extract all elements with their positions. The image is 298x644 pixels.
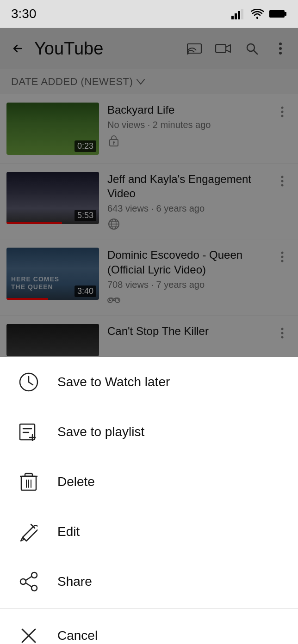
svg-line-54 <box>26 577 31 580</box>
video-title: Jeff and Kayla's Engagement Video <box>107 172 268 200</box>
video-duration: 5:53 <box>74 210 96 221</box>
sheet-divider <box>0 608 298 609</box>
svg-point-51 <box>31 572 37 578</box>
svg-point-53 <box>20 579 26 584</box>
save-playlist-button[interactable]: Save to playlist <box>0 407 298 457</box>
top-bar: YouTube <box>0 28 298 69</box>
video-duration: 0:23 <box>74 140 96 152</box>
sort-dropdown-icon <box>137 79 145 85</box>
page-title: YouTube <box>34 39 178 59</box>
globe-icon <box>107 218 120 231</box>
svg-point-12 <box>279 43 282 45</box>
status-bar: 3:30 <box>0 0 298 28</box>
status-time: 3:30 <box>11 6 37 21</box>
svg-point-32 <box>281 256 284 258</box>
video-more-button[interactable] <box>273 324 292 342</box>
svg-point-14 <box>279 52 282 55</box>
table-row: 5:53 Jeff and Kayla's Engagement Video 6… <box>0 164 298 239</box>
save-playlist-label: Save to playlist <box>57 425 144 439</box>
video-more-button[interactable] <box>273 103 292 121</box>
video-duration: 3:40 <box>74 286 96 297</box>
share-button[interactable]: Share <box>0 557 298 607</box>
video-title: Backyard Life <box>107 103 268 117</box>
clock-icon <box>17 370 41 394</box>
more-options-button[interactable] <box>271 39 290 58</box>
lock-icon <box>107 134 120 147</box>
thumb-text-overlay: HERE COMESTHE QUEEN <box>11 275 59 291</box>
table-row: Can't Stop The Killer <box>0 316 298 357</box>
close-icon <box>17 624 41 644</box>
video-list: 0:23 Backyard Life No views · 2 minutes … <box>0 94 298 357</box>
battery-icon <box>269 9 287 18</box>
svg-point-34 <box>281 328 284 330</box>
svg-point-35 <box>281 332 284 334</box>
back-button[interactable] <box>8 39 27 58</box>
video-thumbnail[interactable]: 0:23 <box>6 103 99 155</box>
svg-point-16 <box>113 141 115 143</box>
cancel-button[interactable]: Cancel <box>0 611 298 644</box>
video-info: Can't Stop The Killer <box>99 324 273 341</box>
table-row: HERE COMESTHE QUEEN 3:40 Dominic Escoved… <box>0 239 298 315</box>
sort-bar[interactable]: DATE ADDED (NEWEST) <box>0 69 298 94</box>
edit-label: Edit <box>57 524 80 539</box>
svg-point-28 <box>281 184 284 187</box>
video-info: Jeff and Kayla's Engagement Video 643 vi… <box>99 172 273 231</box>
video-title: Can't Stop The Killer <box>107 324 268 338</box>
svg-rect-0 <box>231 16 234 19</box>
top-bar-icons <box>185 39 290 58</box>
svg-rect-9 <box>216 44 226 53</box>
video-meta: 643 views · 6 years ago <box>107 203 268 214</box>
pencil-icon <box>17 520 41 544</box>
svg-point-4 <box>256 17 258 18</box>
svg-line-39 <box>29 382 33 385</box>
video-title: Dominic Escovedo - Queen (Official Lyric… <box>107 248 268 276</box>
playlist-add-icon <box>17 420 41 444</box>
table-row: 0:23 Backyard Life No views · 2 minutes … <box>0 94 298 164</box>
video-meta: 708 views · 7 years ago <box>107 279 268 290</box>
svg-point-19 <box>281 111 284 113</box>
video-thumbnail[interactable]: 5:53 <box>6 172 99 224</box>
camera-button[interactable] <box>214 39 232 58</box>
cancel-label: Cancel <box>57 628 98 643</box>
save-watch-later-button[interactable]: Save to Watch later <box>0 357 298 407</box>
content-overlay: YouTube <box>0 28 298 357</box>
svg-line-11 <box>254 50 257 54</box>
svg-point-13 <box>279 47 282 50</box>
bottom-sheet: Save to Watch later Save to playlist <box>0 357 298 644</box>
svg-rect-5 <box>269 10 285 18</box>
video-progress <box>6 298 48 300</box>
svg-point-18 <box>281 107 284 109</box>
video-progress <box>6 222 62 224</box>
cast-button[interactable] <box>185 39 204 58</box>
delete-label: Delete <box>57 474 95 489</box>
video-info: Backyard Life No views · 2 minutes ago <box>99 103 273 147</box>
signal-icon <box>231 8 245 19</box>
video-thumbnail[interactable] <box>6 324 99 356</box>
svg-point-20 <box>281 115 284 117</box>
video-meta: No views · 2 minutes ago <box>107 120 268 130</box>
svg-rect-2 <box>238 11 240 19</box>
sort-label: DATE ADDED (NEWEST) <box>11 76 145 88</box>
video-info: Dominic Escovedo - Queen (Official Lyric… <box>99 248 273 306</box>
svg-point-36 <box>281 336 284 338</box>
link-icon <box>107 294 120 307</box>
share-icon <box>17 570 41 594</box>
svg-rect-1 <box>235 13 237 19</box>
svg-point-31 <box>281 252 284 254</box>
trash-icon <box>17 470 41 494</box>
edit-button[interactable]: Edit <box>0 507 298 557</box>
wifi-icon <box>251 9 264 19</box>
video-more-button[interactable] <box>273 172 292 190</box>
svg-point-52 <box>31 585 37 591</box>
svg-point-8 <box>187 52 189 55</box>
share-label: Share <box>57 574 92 589</box>
delete-button[interactable]: Delete <box>0 457 298 507</box>
svg-point-27 <box>281 180 284 182</box>
svg-line-55 <box>26 583 31 587</box>
save-watch-later-label: Save to Watch later <box>57 375 170 389</box>
video-more-button[interactable] <box>273 248 292 266</box>
svg-point-26 <box>281 176 284 178</box>
search-button[interactable] <box>242 39 261 58</box>
video-thumbnail[interactable]: HERE COMESTHE QUEEN 3:40 <box>6 248 99 300</box>
status-icons <box>231 8 287 19</box>
